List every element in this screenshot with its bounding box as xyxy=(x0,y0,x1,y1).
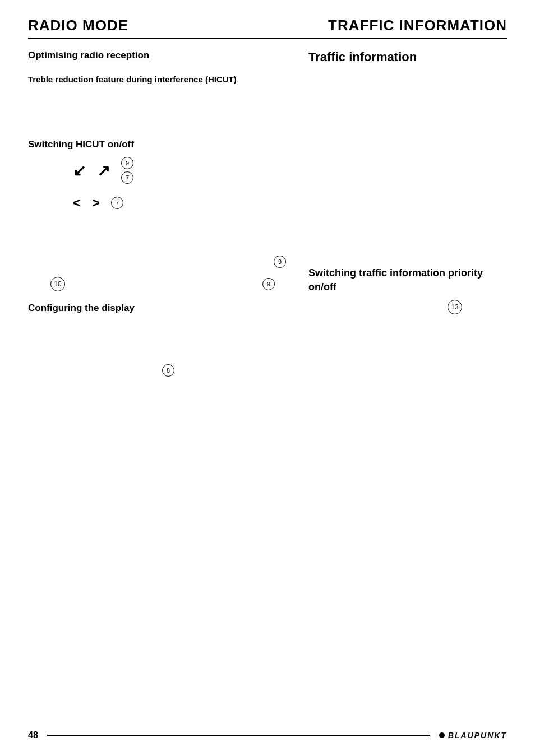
circle-10: 10 xyxy=(50,277,65,291)
optimising-heading: Optimising radio reception xyxy=(28,50,149,61)
circle-8: 8 xyxy=(162,364,174,377)
header-left: RADIO MODE xyxy=(28,17,128,34)
page-number: 48 xyxy=(28,730,38,740)
hicut-description: Treble reduction feature during interfer… xyxy=(28,73,292,85)
stacked-circles-9-7: 9 7 xyxy=(121,157,133,184)
header-row: RADIO MODE TRAFFIC INFORMATION xyxy=(28,17,507,39)
circle-7b: 7 xyxy=(111,197,123,209)
symbol-up-right: ↗ xyxy=(97,161,110,180)
symbol-less-than: < xyxy=(73,195,81,211)
content-columns: Optimising radio reception Treble reduct… xyxy=(28,50,507,377)
footer: 48 BLAUPUNKT xyxy=(28,730,507,740)
page: RADIO MODE TRAFFIC INFORMATION Optimisin… xyxy=(0,0,535,756)
switching-traffic-heading: Switching traffic information priority o… xyxy=(308,266,507,294)
left-column: Optimising radio reception Treble reduct… xyxy=(28,50,292,377)
circle-9-top: 9 xyxy=(121,157,133,169)
brand-name: BLAUPUNKT xyxy=(448,731,507,740)
circle-8-row: 8 xyxy=(28,364,292,377)
header-right: TRAFFIC INFORMATION xyxy=(328,17,507,34)
brand-dot xyxy=(439,732,445,738)
brand-logo: BLAUPUNKT xyxy=(439,731,507,740)
configuring-display-heading: Configuring the display xyxy=(28,303,135,314)
right-column: Traffic information Switching traffic in… xyxy=(292,50,507,377)
footer-line xyxy=(47,735,430,736)
circle-13: 13 xyxy=(448,300,462,314)
circle-13-row: 13 xyxy=(308,300,507,314)
circle-9b: 9 xyxy=(274,256,286,268)
symbol-down-left: ↙ xyxy=(73,161,86,180)
symbol-greater-than: > xyxy=(92,195,100,211)
switching-hicut-heading: Switching HICUT on/off xyxy=(28,139,292,150)
traffic-info-heading: Traffic information xyxy=(308,50,507,64)
circle-9c: 9 xyxy=(262,278,275,290)
circle-7-top: 7 xyxy=(121,171,133,184)
